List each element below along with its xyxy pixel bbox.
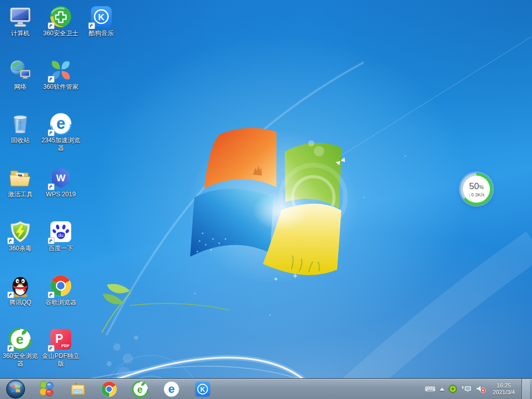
system-tray: 16:25 2021/3/4: [424, 379, 532, 399]
download-speed: ↓0.3K/s: [468, 192, 484, 197]
chrome-icon: [49, 274, 72, 297]
baidu-paw-icon: du: [49, 220, 72, 243]
desktop-icon-kingsoft-pdf[interactable]: P PDF 金山PDF独立版: [41, 328, 81, 368]
shield-lightning-icon: [9, 220, 32, 243]
svg-text:K: K: [201, 385, 205, 393]
desktop-icon-label: 计算机: [11, 30, 30, 37]
svg-text:e: e: [16, 331, 23, 347]
desktop-icon-kugou-music[interactable]: K 酷狗音乐: [81, 5, 122, 37]
taskbar-kugou-music[interactable]: K: [187, 379, 218, 399]
shortcut-arrow-icon: [48, 237, 55, 244]
desktop-icon-label: 2345加速浏览器: [41, 137, 81, 152]
show-desktop-button[interactable]: [522, 379, 530, 399]
desktop-icon-label: 360安全浏览器: [1, 352, 40, 368]
start-button[interactable]: [0, 379, 31, 399]
network-icon: [9, 59, 32, 82]
desktop-icon-label: 激活工具: [8, 191, 33, 198]
shortcut-arrow-icon: [7, 237, 14, 244]
folder-icon: [9, 166, 32, 189]
desktop-icon-2345-browser[interactable]: e 2345加速浏览器: [41, 112, 81, 152]
download-arrow-icon: ↓: [468, 192, 471, 197]
shortcut-arrow-icon: [48, 129, 55, 136]
desktop-icon-recycle-bin[interactable]: 回收站: [0, 112, 41, 144]
shortcut-arrow-icon: [48, 291, 55, 298]
taskbar-windows-explorer[interactable]: [62, 379, 94, 399]
svg-text:e: e: [168, 382, 175, 395]
volume-muted-icon[interactable]: [475, 384, 486, 393]
360-sphere-icon: [49, 5, 72, 28]
desktop-icon-baidu[interactable]: du 百度一下: [41, 220, 81, 252]
desktop-icon-label: 360软件管家: [43, 83, 78, 91]
clock[interactable]: 16:25 2021/3/4: [489, 382, 518, 396]
shortcut-arrow-icon: [48, 22, 55, 29]
shortcut-arrow-icon: [88, 22, 95, 29]
desktop-icon-label: 360杀毒: [9, 245, 32, 252]
taskbar-pinwheel-app[interactable]: [31, 379, 62, 399]
desktop-icon-360-software-manager[interactable]: 360软件管家: [41, 59, 81, 91]
desktop-icon-360-antivirus[interactable]: 360杀毒: [0, 220, 41, 252]
taskbar-2345-browser[interactable]: e: [156, 379, 187, 399]
wps-hexagon-icon: W: [49, 166, 72, 189]
svg-text:K: K: [98, 12, 105, 22]
desktop-icon-360-safeguard[interactable]: 360安全卫士: [41, 5, 81, 37]
input-keyboard-icon[interactable]: [424, 385, 436, 393]
taskbar-360-safe-browser[interactable]: e: [125, 379, 156, 399]
desktop-icon-tencent-qq[interactable]: 腾讯QQ: [0, 274, 41, 307]
desktop-icon-label: 360安全卫士: [43, 30, 78, 37]
shortcut-arrow-icon: [48, 76, 55, 83]
desktop-icon-chrome[interactable]: 谷歌浏览器: [41, 274, 81, 307]
qq-penguin-icon: [9, 274, 32, 297]
desktop-icon-label: 谷歌浏览器: [45, 299, 76, 307]
desktop-icon-label: 百度一下: [48, 245, 73, 252]
desktop-icon-label: WPS 2019: [46, 191, 75, 198]
recycle-bin-icon: [9, 112, 32, 135]
desktop: 计算机 网络 回收站: [0, 0, 532, 399]
pdf-icon: P PDF: [49, 328, 72, 351]
taskbar: e e K: [0, 378, 532, 399]
desktop-icon-computer[interactable]: 计算机: [0, 5, 41, 37]
clock-date: 2021/3/4: [493, 389, 515, 396]
svg-text:e: e: [137, 383, 143, 394]
desktop-icon-network[interactable]: 网络: [0, 59, 41, 91]
taskbar-empty-area: [218, 379, 424, 399]
blue-e-browser-icon: e: [49, 112, 72, 135]
svg-text:e: e: [56, 114, 65, 132]
up-arrow-icon: [440, 388, 445, 391]
green-e-browser-icon: e: [9, 328, 32, 351]
svg-text:du: du: [58, 233, 63, 238]
desktop-icon-360-safe-browser[interactable]: e 360安全浏览器: [0, 328, 41, 368]
svg-text:PDF: PDF: [61, 343, 70, 348]
network-status-icon[interactable]: [461, 384, 472, 393]
desktop-icon-label: 网络: [14, 83, 26, 91]
desktop-icon-label: 金山PDF独立版: [41, 352, 81, 368]
desktop-icon-activation-tool[interactable]: 激活工具: [0, 166, 41, 198]
progress-ring-inner: 50% ↓0.3K/s: [463, 176, 490, 203]
desktop-icon-wps-2019[interactable]: W WPS 2019: [41, 166, 81, 198]
desktop-icon-label: 回收站: [11, 137, 30, 144]
shortcut-arrow-icon: [48, 183, 55, 190]
kugou-icon: K: [90, 5, 113, 28]
windows-7-logo: [185, 124, 358, 282]
download-progress-widget[interactable]: 50% ↓0.3K/s: [460, 173, 493, 205]
shortcut-arrow-icon: [48, 345, 55, 352]
desktop-icon-label: 腾讯QQ: [9, 299, 32, 307]
show-hidden-icons-button[interactable]: [440, 388, 445, 391]
desktop-icon-label: 酷狗音乐: [89, 30, 114, 37]
shortcut-arrow-icon: [7, 345, 14, 352]
progress-percent: 50%: [469, 181, 484, 192]
tray-360-icon[interactable]: [448, 384, 457, 393]
computer-icon: [9, 5, 32, 28]
shortcut-arrow-icon: [7, 291, 14, 298]
taskbar-chrome[interactable]: [94, 379, 125, 399]
four-petals-icon: [49, 59, 72, 82]
clock-time: 16:25: [493, 382, 515, 389]
svg-text:W: W: [56, 172, 65, 183]
